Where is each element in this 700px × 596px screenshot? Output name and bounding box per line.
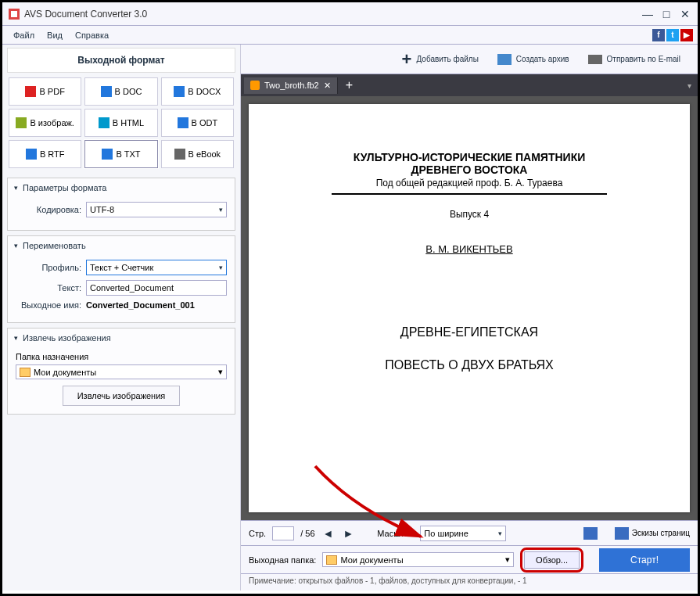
output-folder-label: Выходная папка: (249, 555, 316, 565)
encoding-select[interactable]: UTF-8▾ (86, 202, 227, 217)
dest-folder-label: Папка назначения (16, 352, 227, 361)
menu-view[interactable]: Вид (41, 29, 69, 41)
output-row: Выходная папка: Мои документы ▾ Обзор...… (241, 545, 698, 573)
doc-heading-1: КУЛЬТУРНО-ИСТОРИЧЕСКИЕ ПАМЯТНИКИ (272, 151, 666, 163)
doc-author: В. М. ВИКЕНТЬЕВ (272, 243, 666, 255)
youtube-icon[interactable]: ▶ (680, 29, 693, 41)
doc-heading-2: ДРЕВНЕГО ВОСТОКА (272, 163, 666, 176)
extract-images-header[interactable]: Извлечь изображения (8, 329, 235, 347)
doc-issue: Выпуск 4 (272, 209, 666, 220)
txt-icon (102, 149, 113, 160)
chevron-down-icon: ▾ (498, 530, 502, 537)
file-tab[interactable]: Two_broth.fb2 ✕ (244, 77, 338, 94)
document-page: КУЛЬТУРНО-ИСТОРИЧЕСКИЕ ПАМЯТНИКИ ДРЕВНЕГ… (249, 104, 690, 512)
text-label: Текст: (16, 283, 81, 293)
chevron-down-icon: ▾ (218, 367, 223, 377)
titlebar: AVS Document Converter 3.0 — □ ✕ (2, 2, 698, 26)
minimize-button[interactable]: — (641, 8, 654, 20)
menu-help[interactable]: Справка (69, 29, 115, 41)
outname-value: Converted_Document_001 (86, 300, 195, 310)
menubar: Файл Вид Справка f t ▶ (2, 26, 698, 45)
archive-icon (497, 54, 512, 65)
output-format-header: Выходной формат (7, 48, 235, 73)
profile-label: Профиль: (16, 263, 81, 272)
format-pdf[interactable]: В PDF (9, 77, 81, 106)
plus-icon (402, 49, 412, 70)
outname-label: Выходное имя: (16, 300, 81, 310)
page-input[interactable] (272, 526, 294, 540)
format-odt[interactable]: В ODT (161, 109, 234, 137)
extract-images-button[interactable]: Извлечь изображения (63, 386, 181, 406)
maximize-button[interactable]: □ (660, 8, 673, 20)
file-icon (250, 81, 260, 90)
divider (332, 193, 608, 195)
preview-area: КУЛЬТУРНО-ИСТОРИЧЕСКИЕ ПАМЯТНИКИ ДРЕВНЕГ… (241, 96, 698, 520)
tab-menu-icon[interactable]: ▾ (681, 81, 698, 90)
facebook-icon[interactable]: f (652, 29, 665, 41)
window-title: AVS Document Converter 3.0 (24, 9, 641, 20)
menu-file[interactable]: Файл (7, 29, 41, 41)
chevron-down-icon: ▾ (505, 555, 510, 565)
format-html[interactable]: В HTML (84, 109, 157, 137)
format-txt[interactable]: В TXT (84, 140, 157, 168)
format-doc[interactable]: В DOC (84, 77, 157, 106)
format-docx[interactable]: В DOCX (161, 77, 234, 106)
text-input[interactable] (86, 280, 227, 296)
image-icon (16, 117, 27, 128)
doc-editor-line: Под общей редакцией проф. Б. А. Тураева (272, 178, 666, 188)
create-archive-button[interactable]: Создать архив (488, 51, 579, 68)
next-page-button[interactable]: ► (341, 527, 355, 540)
odt-icon (178, 117, 188, 128)
doc-title-1: ДРЕВНЕ-ЕГИПЕТСКАЯ (272, 325, 666, 339)
annotation-highlight: Обзор... (520, 548, 583, 573)
format-image[interactable]: В изображ. (9, 109, 81, 137)
docx-icon (174, 86, 185, 97)
page-label: Стр. (249, 529, 266, 538)
add-tab-button[interactable]: + (338, 78, 361, 92)
thumbnails-icon[interactable] (615, 527, 629, 540)
main-toolbar: Добавить файлы Создать архив Отправить п… (241, 45, 698, 74)
left-panel: Выходной формат В PDF В DOC В DOCX В изо… (2, 45, 241, 591)
folder-icon (326, 555, 337, 565)
close-button[interactable]: ✕ (679, 8, 691, 20)
pdf-icon (25, 86, 36, 97)
folder-icon (20, 368, 31, 377)
twitter-icon[interactable]: t (666, 29, 679, 41)
tabstrip: Two_broth.fb2 ✕ + ▾ (241, 74, 698, 96)
start-button[interactable]: Старт! (599, 548, 690, 572)
close-tab-icon[interactable]: ✕ (324, 81, 331, 91)
format-ebook[interactable]: В eBook (161, 140, 234, 168)
app-icon (9, 9, 20, 20)
doc-title-2: ПОВЕСТЬ О ДВУХ БРАТЬЯХ (272, 358, 666, 372)
ebook-icon (174, 149, 185, 160)
html-icon (99, 117, 109, 128)
doc-icon (101, 86, 112, 97)
rename-header[interactable]: Переименовать (8, 236, 235, 255)
note-row: Примечание: открытых файлов - 1, файлов,… (241, 573, 698, 591)
rtf-icon (26, 149, 37, 160)
zoom-label: Масштаб (377, 529, 414, 538)
dest-folder-select[interactable]: Мои документы ▾ (16, 364, 227, 379)
send-email-button[interactable]: Отправить по E-mail (579, 52, 690, 67)
right-panel: Добавить файлы Создать архив Отправить п… (241, 45, 698, 591)
preview-controls: Стр. / 56 ◄ ► Масштаб По ширине▾ Эскизы … (241, 520, 698, 545)
add-files-button[interactable]: Добавить файлы (393, 46, 488, 73)
profile-select[interactable]: Текст + Счетчик▾ (86, 260, 227, 275)
encoding-label: Кодировка: (16, 205, 81, 214)
format-params-header[interactable]: Параметры формата (8, 178, 235, 197)
format-rtf[interactable]: В RTF (9, 140, 81, 168)
chevron-down-icon: ▾ (219, 264, 223, 271)
output-folder-select[interactable]: Мои документы ▾ (322, 552, 514, 567)
browse-button[interactable]: Обзор... (524, 551, 580, 569)
chevron-down-icon: ▾ (219, 206, 223, 214)
svg-rect-1 (11, 11, 17, 17)
prev-page-button[interactable]: ◄ (321, 527, 336, 540)
page-total: / 56 (300, 529, 314, 538)
thumbnails-label[interactable]: Эскизы страниц (632, 530, 690, 537)
format-grid: В PDF В DOC В DOCX В изображ. В HTML В O… (7, 73, 235, 173)
zoom-select[interactable]: По ширине▾ (420, 526, 506, 541)
mail-icon (588, 55, 602, 64)
print-icon[interactable] (583, 527, 598, 540)
